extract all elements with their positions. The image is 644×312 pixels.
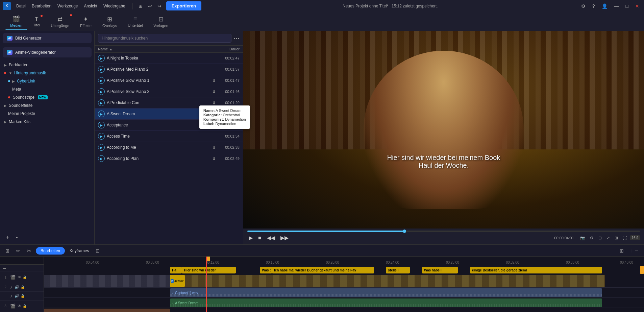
list-item[interactable]: ▶ According to Me ⬇ 00:02:38: [95, 142, 243, 153]
fit-icon[interactable]: ⊞: [613, 235, 619, 241]
sidebar-item-soundstripe[interactable]: Soundstripe NEW: [0, 93, 94, 101]
anime-videogenerator-btn[interactable]: AI Anime-Videogenerator: [3, 47, 92, 57]
tl-fit-btn[interactable]: ⊢⊣: [628, 247, 641, 255]
vid-clip-woche[interactable]: Woche: [44, 309, 170, 312]
lock-icon-2b[interactable]: 🔒: [21, 294, 25, 298]
search-input[interactable]: [98, 34, 231, 43]
sub-clip-stelle[interactable]: stelle i: [386, 267, 410, 273]
close-button[interactable]: ✕: [633, 2, 641, 10]
progress-bar[interactable]: [247, 231, 640, 232]
play-btn-2[interactable]: ▶: [98, 66, 105, 73]
tl-edit-btn[interactable]: ✏: [14, 247, 22, 255]
settings-icon-preview[interactable]: ⚙: [589, 235, 595, 241]
eye-icon-1[interactable]: 👁: [18, 275, 21, 279]
minimize-button[interactable]: —: [612, 2, 621, 10]
tl-cut-btn[interactable]: ✂: [25, 247, 33, 255]
play-btn-10[interactable]: ▶: [98, 155, 105, 162]
more-options-button[interactable]: ⋯: [233, 34, 240, 42]
toolbar-titel[interactable]: T Titel: [28, 14, 45, 29]
vid-clip-before[interactable]: [44, 275, 170, 287]
menu-ansicht[interactable]: Ansicht: [81, 2, 100, 10]
sub-clip-einige[interactable]: einige Bestseller, die gerade zieml: [470, 267, 602, 273]
tl-keyframes-btn[interactable]: Keyframes: [68, 247, 91, 255]
sidebar-item-farbkarten[interactable]: ▶ Farbkarten: [0, 61, 94, 69]
duration-col-header[interactable]: Dauer: [216, 47, 240, 51]
sub-clip-ha[interactable]: Ha: [170, 267, 182, 273]
lock-icon-1[interactable]: 🔒: [23, 275, 27, 279]
snapshot-icon[interactable]: 📷: [579, 235, 587, 241]
lock-icon-3[interactable]: 🔒: [23, 304, 27, 308]
download-icon-4[interactable]: ⬇: [212, 89, 216, 94]
sidebar-item-meta[interactable]: Meta: [0, 85, 94, 93]
list-item[interactable]: ▶ A Positive Slow Piano 2 ⬇ 00:01:46: [95, 86, 243, 97]
subtitle-icon[interactable]: ⊡: [597, 235, 603, 241]
play-button[interactable]: ▶: [247, 233, 254, 242]
audio-clip-sweet-dream[interactable]: ♪ A Sweet Dream: [170, 298, 602, 307]
remove-icon[interactable]: -: [14, 233, 20, 242]
rewind-button[interactable]: ◀◀: [266, 233, 276, 242]
download-icon-5[interactable]: ⬇: [212, 100, 216, 105]
list-item[interactable]: ▶ A Night in Topeka 00:02:47: [95, 53, 243, 64]
help-icon[interactable]: ?: [590, 2, 597, 10]
menu-wiedergabe[interactable]: Wiedergabe: [101, 2, 128, 10]
sidebar-item-marken-kits[interactable]: ▶ Marken-Kits: [0, 118, 94, 126]
play-btn-5[interactable]: ▶: [98, 99, 105, 106]
sidebar-item-cyberlink[interactable]: ▶ CyberLink: [0, 77, 94, 85]
toolbar-effekte[interactable]: ✦ Effekte: [75, 14, 96, 30]
export-button[interactable]: Exportieren: [166, 1, 201, 10]
maximize-button[interactable]: □: [624, 2, 630, 10]
vid-clip-badge[interactable]: B 472867797.HD: [170, 275, 185, 287]
account-icon[interactable]: 👤: [600, 2, 610, 10]
sub-clip-was2[interactable]: Was habe i: [422, 267, 458, 273]
tl-bearbeiten-btn[interactable]: Bearbeiten: [36, 247, 65, 255]
volume-icon-2[interactable]: 🔊: [15, 285, 19, 289]
menu-datei[interactable]: Datei: [14, 2, 28, 10]
download-icon-9[interactable]: ⬇: [212, 145, 216, 150]
vid-clip-main[interactable]: [185, 275, 605, 287]
download-icon-3[interactable]: ⬇: [212, 78, 216, 83]
undo-button[interactable]: ↩: [146, 2, 154, 10]
zoom-icon[interactable]: ⤢: [605, 235, 611, 241]
tl-motion-btn[interactable]: ⊡: [94, 247, 102, 255]
list-item[interactable]: ▶ A Positive Slow Piano 1 ⬇ 00:01:47: [95, 75, 243, 86]
play-btn-4[interactable]: ▶: [98, 88, 105, 95]
toolbar-vorlagen[interactable]: ⊡ Vorlagen: [149, 14, 173, 30]
list-item[interactable]: ▶ Access Time 00:01:34: [95, 131, 243, 142]
eye-icon-3[interactable]: 👁: [18, 304, 21, 308]
list-item[interactable]: ▶ According to Plan ⬇ 00:02:49: [95, 153, 243, 164]
bild-generator-btn[interactable]: AI Bild Generator: [3, 33, 92, 43]
tl-add-track-btn[interactable]: ⊞: [618, 247, 626, 255]
settings-icon[interactable]: ⚙: [579, 2, 588, 10]
download-icon-10[interactable]: ⬇: [212, 156, 216, 161]
menu-bearbeiten[interactable]: Bearbeiten: [29, 2, 54, 10]
toolbar-uebergaenge[interactable]: ⇄ Übergänge: [46, 14, 74, 30]
toolbar-medien[interactable]: 🎬 Medien: [5, 13, 27, 30]
toolbar-untertitel[interactable]: ≡ Untertitel: [123, 14, 147, 29]
volume-icon-2b[interactable]: 🔊: [15, 294, 19, 298]
sub-clip-hier[interactable]: Hier sind wir wieder: [182, 267, 236, 273]
list-item[interactable]: ▶ A Positive Med Piano 2 00:01:37: [95, 64, 243, 75]
name-col-header[interactable]: Name ▲: [98, 47, 216, 51]
add-icon[interactable]: +: [4, 233, 11, 242]
stop-button[interactable]: ■: [257, 234, 263, 242]
play-btn-8[interactable]: ▶: [98, 133, 105, 140]
audio-clip-capture[interactable]: ♪ Capture(1).wav: [170, 288, 602, 297]
sub-clip-was[interactable]: Was :: [260, 267, 272, 273]
sub-clip-ich[interactable]: Ich habe mal wieder Bücher gekauft und m…: [272, 267, 374, 273]
play-btn-7[interactable]: ▶: [98, 122, 105, 128]
grid-button[interactable]: ⊞: [137, 2, 145, 10]
play-btn-6[interactable]: ▶: [98, 111, 105, 117]
redo-button[interactable]: ↪: [155, 2, 164, 10]
tl-snap-btn[interactable]: ⊞: [3, 247, 11, 255]
play-btn-1[interactable]: ▶: [98, 55, 105, 62]
toolbar-overlays[interactable]: ⊞ Overlays: [98, 14, 122, 30]
play-btn-3[interactable]: ▶: [98, 77, 105, 84]
forward-button[interactable]: ▶▶: [279, 233, 290, 242]
sidebar-item-soundeffekte[interactable]: ▶ Soundeffekte: [0, 101, 94, 110]
menu-werkzeuge[interactable]: Werkzeuge: [55, 2, 80, 10]
play-btn-9[interactable]: ▶: [98, 144, 105, 151]
lock-icon-2[interactable]: 🔒: [21, 285, 25, 289]
fullscreen-icon[interactable]: ⛶: [621, 235, 628, 241]
sidebar-item-meine-projekte[interactable]: Meine Projekte: [0, 110, 94, 118]
sidebar-item-hintergrundmusik[interactable]: ▼ Hintergrundmusik: [0, 69, 94, 77]
